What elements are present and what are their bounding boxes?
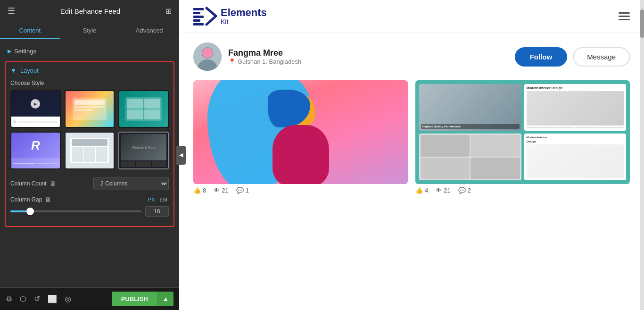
tab-advanced[interactable]: Advanced — [119, 22, 179, 39]
style-card-5[interactable] — [65, 132, 115, 169]
site-header: Elements Kit — [179, 0, 644, 33]
em-button[interactable]: EM — [158, 196, 169, 203]
settings-arrow-icon: ▶ — [8, 48, 11, 54]
svg-point-8 — [202, 48, 213, 58]
panel-header: ☰ Edit Behance Feed ⊞ — [0, 0, 179, 22]
left-panel: ☰ Edit Behance Feed ⊞ Content Style Adva… — [0, 0, 179, 310]
feed-stats-1: 👍 8 👁 21 💬 1 — [193, 184, 408, 197]
style-grid: ▶ — [10, 90, 169, 169]
feed-stats-2: 👍 4 👁 21 💬 2 — [415, 184, 630, 197]
history-icon[interactable]: ↺ — [34, 294, 40, 303]
logo-area: Elements Kit — [193, 6, 267, 27]
tab-style[interactable]: Style — [60, 22, 120, 39]
message-button[interactable]: Message — [573, 47, 630, 67]
column-gap-row: Column Gap 🖥 PX EM — [10, 196, 169, 217]
publish-group: PUBLISH ▲ — [112, 292, 173, 306]
column-count-select[interactable]: 2 Columns 1 Column 3 Columns 4 Columns — [93, 177, 169, 190]
hamburger-icon[interactable] — [619, 12, 630, 20]
panel-footer: ⚙ ⬡ ↺ ⬜ ◎ PUBLISH ▲ — [0, 287, 179, 310]
column-count-select-wrapper: 2 Columns 1 Column 3 Columns 4 Columns — [93, 177, 169, 190]
logo-name: Elements — [221, 8, 267, 18]
profile-location: 📍 Gulshan 1, Bangladesh — [228, 58, 508, 65]
svg-rect-2 — [193, 16, 204, 18]
grid-icon[interactable]: ⊞ — [165, 7, 172, 16]
hamburger-line-2 — [619, 16, 630, 17]
px-button[interactable]: PX — [147, 196, 157, 203]
column-count-text: Column Count — [10, 180, 47, 187]
hamburger-line-3 — [619, 19, 630, 20]
tab-content[interactable]: Content — [0, 22, 60, 39]
panel-title: Edit Behance Feed — [60, 7, 121, 15]
feed-item-2: Highest Quality Architecture Modern Inte… — [415, 80, 630, 197]
slider-thumb[interactable] — [26, 208, 34, 215]
px-em-toggle: PX EM — [147, 196, 169, 203]
publish-arrow-button[interactable]: ▲ — [157, 292, 173, 306]
footer-icons: ⚙ ⬡ ↺ ⬜ ◎ — [6, 294, 71, 303]
monitor-icon: 🖥 — [50, 180, 56, 187]
likes-stat-1: 👍 8 — [193, 187, 206, 194]
follow-button[interactable]: Follow — [515, 47, 568, 67]
style-card-4[interactable]: R — [10, 132, 61, 169]
avatar — [193, 42, 222, 71]
comments-icon-2: 💬 — [458, 187, 466, 194]
logo-svg — [193, 6, 217, 27]
profile-info: Fangma Mree 📍 Gulshan 1, Bangladesh — [228, 48, 508, 65]
style-card-2[interactable] — [65, 90, 115, 128]
views-icon-1: 👁 — [214, 187, 220, 194]
responsive-icon[interactable]: ⬜ — [48, 294, 57, 303]
settings-label: Settings — [14, 48, 36, 55]
profile-actions: Follow Message — [515, 47, 630, 67]
views-stat-1: 👁 21 — [214, 187, 228, 194]
comments-stat-1: 💬 1 — [236, 187, 249, 194]
eye-icon[interactable]: ◎ — [65, 294, 71, 303]
hamburger-line-1 — [619, 12, 630, 14]
logo-text: Elements Kit — [221, 8, 267, 25]
likes-stat-2: 👍 4 — [415, 187, 428, 194]
style-card-1[interactable]: ▶ — [10, 90, 61, 128]
feed-area: Fangma Mree 📍 Gulshan 1, Bangladesh Foll… — [179, 33, 644, 310]
slider-value-input[interactable] — [145, 206, 169, 217]
column-gap-text: Column Gap — [10, 196, 42, 203]
views-count-2: 21 — [444, 187, 450, 194]
feed-item-1: 👍 8 👁 21 💬 1 — [193, 80, 408, 197]
column-count-row: Column Count 🖥 2 Columns 1 Column 3 Colu… — [10, 177, 169, 190]
settings-section[interactable]: ▶ Settings — [5, 44, 174, 59]
layout-label: Layout — [20, 67, 39, 74]
settings-icon[interactable]: ⚙ — [6, 294, 12, 303]
views-count-1: 21 — [222, 187, 228, 194]
profile-row: Fangma Mree 📍 Gulshan 1, Bangladesh Foll… — [193, 42, 630, 71]
publish-button[interactable]: PUBLISH — [112, 292, 157, 306]
views-icon-2: 👁 — [436, 187, 442, 194]
views-stat-2: 👁 21 — [436, 187, 450, 194]
likes-count-2: 4 — [425, 187, 428, 194]
panel-collapse-arrow[interactable]: ◀ — [176, 146, 186, 165]
layout-header[interactable]: ▼ Layout — [10, 67, 169, 74]
layout-section: ▼ Layout Choose Style ▶ — [5, 61, 174, 227]
slider-row — [10, 206, 169, 217]
svg-rect-3 — [193, 19, 200, 22]
right-panel: Elements Kit Fangma Mree — [179, 0, 644, 310]
svg-rect-4 — [193, 23, 204, 25]
column-gap-slider[interactable] — [10, 210, 141, 212]
likes-count-1: 8 — [203, 187, 206, 194]
style-card-3[interactable] — [118, 90, 169, 128]
logo-sub: Kit — [221, 18, 267, 25]
feed-grid: 👍 8 👁 21 💬 1 — [193, 80, 630, 197]
scrollbar[interactable] — [640, 0, 644, 310]
gap-monitor-icon: 🖥 — [45, 196, 51, 203]
scroll-thumb[interactable] — [640, 9, 644, 38]
column-gap-label: Column Gap 🖥 — [10, 196, 51, 203]
location-text: Gulshan 1, Bangladesh — [238, 58, 301, 65]
svg-rect-1 — [193, 12, 200, 14]
layout-collapse-icon: ▼ — [10, 67, 17, 74]
location-pin-icon: 📍 — [228, 58, 236, 65]
comments-icon-1: 💬 — [236, 187, 244, 194]
comments-count-1: 1 — [246, 187, 249, 194]
layers-icon[interactable]: ⬡ — [20, 294, 26, 303]
profile-name: Fangma Mree — [228, 48, 508, 58]
panel-content: ▶ Settings ▼ Layout Choose Style ▶ — [0, 39, 179, 287]
style-card-6[interactable]: Website & More — [118, 132, 169, 169]
choose-style-label: Choose Style — [10, 80, 169, 86]
hamburger-menu-icon[interactable]: ☰ — [8, 6, 15, 16]
likes-icon-1: 👍 — [193, 187, 201, 194]
